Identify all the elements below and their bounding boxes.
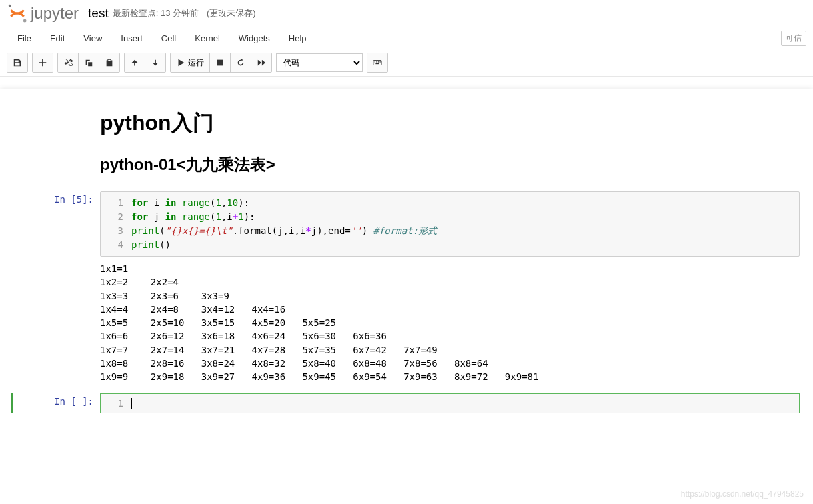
keyboard-icon [373,58,382,67]
copy-icon [84,58,93,67]
svg-point-0 [9,5,11,7]
svg-rect-3 [373,61,381,65]
toolbar: 运行 代码 [0,49,813,77]
refresh-icon [236,58,245,67]
menubar: File Edit View Insert Cell Kernel Widget… [0,28,813,49]
svg-rect-5 [376,61,377,62]
svg-rect-8 [375,63,379,64]
code-input-area[interactable]: 1for i in range(1,10):2 for j in range(1… [100,191,800,257]
code-cell-5[interactable]: In [5]: 1for i in range(1,10):2 for j in… [13,191,800,387]
copy-button[interactable] [79,53,99,72]
notebook-name[interactable]: test [88,6,109,21]
save-button[interactable] [7,53,27,72]
jupyter-logo-icon [7,3,28,24]
prompt-empty [13,109,100,185]
markdown-cell[interactable]: python入门 python-01<九九乘法表> [13,109,800,185]
menu-view[interactable]: View [74,29,111,47]
input-prompt: In [5]: [13,191,100,387]
move-up-button[interactable] [125,53,145,72]
command-palette-button[interactable] [367,53,387,72]
menu-file[interactable]: File [8,29,41,47]
plus-icon [38,58,47,67]
restart-button[interactable] [231,53,251,72]
paste-icon [105,58,114,67]
paste-button[interactable] [99,53,119,72]
menu-edit[interactable]: Edit [41,29,74,47]
logo-text: jupyter [31,4,79,23]
arrow-up-icon [130,58,139,67]
svg-point-1 [23,19,27,23]
markdown-h1: python入门 [100,109,800,138]
menu-cell[interactable]: Cell [152,29,185,47]
text-cursor [131,398,132,409]
cut-button[interactable] [58,53,79,72]
interrupt-button[interactable] [210,53,231,72]
arrow-down-icon [151,58,160,67]
unsaved-status: (更改未保存) [207,7,256,19]
menu-insert[interactable]: Insert [111,29,152,47]
svg-rect-6 [378,61,379,62]
notebook-header: jupyter test 最新检查点: 13 分钟前 (更改未保存) [0,0,813,28]
markdown-h2: python-01<九九乘法表> [100,154,800,175]
fast-forward-icon [257,58,266,67]
checkpoint-status: 最新检查点: 13 分钟前 [113,7,199,19]
code-input-area-empty[interactable]: 1 [100,393,800,413]
menu-help[interactable]: Help [279,29,316,47]
menu-widgets[interactable]: Widgets [229,29,279,47]
scissors-icon [63,58,73,67]
stop-icon [215,58,225,67]
trusted-indicator[interactable]: 可信 [781,31,806,46]
notebook-container: python入门 python-01<九九乘法表> In [5]: 1for i… [0,89,813,429]
restart-run-all-button[interactable] [251,53,271,72]
celltype-select[interactable]: 代码 [276,53,363,72]
code-cell-empty[interactable]: In [ ]: 1 [11,393,800,413]
menu-kernel[interactable]: Kernel [185,29,229,47]
move-down-button[interactable] [145,53,165,72]
code-output: 1x1=1 1x2=2 2x2=4 1x3=3 2x3=6 3x3=9 1x4=… [100,257,800,387]
svg-rect-7 [380,61,381,62]
run-button[interactable]: 运行 [171,53,210,72]
svg-rect-2 [217,60,223,66]
save-icon [13,58,22,67]
jupyter-logo[interactable]: jupyter [7,3,79,24]
svg-rect-4 [375,61,375,62]
add-cell-button[interactable] [33,53,53,72]
play-icon [176,58,185,67]
input-prompt-empty: In [ ]: [13,393,100,413]
